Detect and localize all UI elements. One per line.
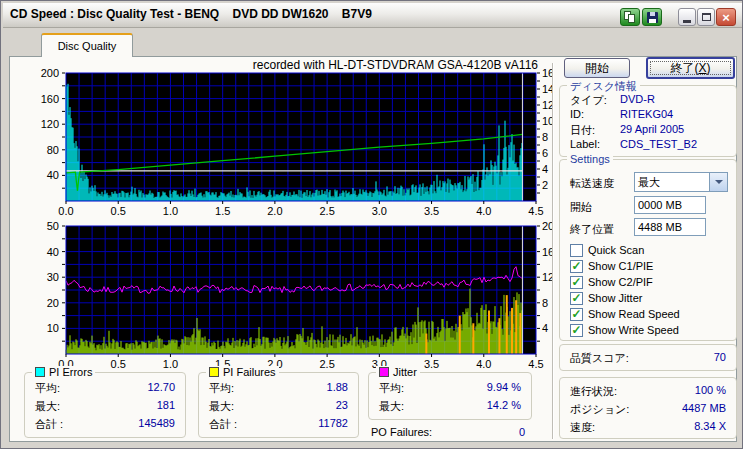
settings-title: Settings — [567, 153, 613, 165]
transfer-speed-label: 転送速度 — [570, 176, 614, 191]
start-button[interactable]: 開始 — [564, 58, 630, 78]
row-label: 平均: — [379, 381, 404, 396]
svg-text:80: 80 — [47, 144, 59, 156]
minimize-icon — [683, 20, 691, 23]
transfer-speed-select[interactable]: 最大 — [634, 172, 728, 192]
jitter-title: Jitter — [393, 366, 417, 378]
row-label: 速度: — [570, 420, 595, 435]
info-row: 速度:8.34 X — [560, 420, 736, 435]
info-row: ID:RITEKG04 — [560, 108, 736, 123]
combo-dropdown-button[interactable] — [709, 173, 727, 191]
disc-info-title: ディスク情報 — [567, 79, 640, 94]
row-label: 合計 : — [35, 417, 63, 432]
checkbox-label: Show C1/PIE — [588, 260, 653, 272]
vertical-divider — [552, 63, 554, 439]
row-value: 100 % — [695, 384, 726, 396]
svg-text:120: 120 — [41, 118, 59, 130]
svg-text:8: 8 — [542, 131, 548, 143]
tab-disc-quality[interactable]: Disc Quality — [41, 33, 133, 57]
info-row: 最大:23 — [199, 399, 358, 414]
info-row: 最大:14.2 % — [369, 399, 531, 414]
save-button[interactable] — [642, 8, 662, 26]
row-label: 日付: — [570, 123, 595, 138]
disc-info-panel: ディスク情報 タイプ:DVD-RID:RITEKG04日付:29 April 2… — [559, 85, 737, 157]
quality-score-value: 70 — [714, 351, 726, 363]
checkbox-label: Show Jitter — [588, 292, 642, 304]
checkbox-quick-scan[interactable] — [570, 244, 583, 257]
svg-text:4.5: 4.5 — [528, 205, 543, 217]
row-value: 145489 — [138, 417, 175, 429]
check-icon: ✓ — [571, 309, 581, 319]
row-value: 8.34 X — [694, 420, 726, 432]
jitter-panel: Jitter 平均:9.94 %最大:14.2 % — [368, 372, 532, 420]
pi-errors-title: PI Errors — [49, 366, 92, 378]
checkbox-show-write-speed[interactable]: ✓ — [570, 324, 583, 337]
svg-text:4.0: 4.0 — [476, 358, 491, 370]
row-value: 29 April 2005 — [620, 123, 684, 135]
row-value: 14.2 % — [487, 399, 521, 411]
app-window: CD Speed : Disc Quality Test - BENQ DVD … — [0, 0, 743, 449]
check-icon: ✓ — [571, 325, 581, 335]
row-value: 181 — [157, 399, 175, 411]
info-row: 平均:12.70 — [25, 381, 185, 396]
close-button[interactable]: × — [716, 8, 736, 26]
maximize-button[interactable] — [697, 8, 715, 26]
minimize-button[interactable] — [678, 8, 696, 26]
checkbox-show-read-speed[interactable]: ✓ — [570, 308, 583, 321]
row-label: Label: — [570, 138, 600, 150]
copy-icon — [624, 11, 636, 23]
info-row: 最大:181 — [25, 399, 185, 414]
row-value: 12.70 — [147, 381, 175, 393]
info-row: タイプ:DVD-R — [560, 93, 736, 108]
jitter-legend-chip — [379, 367, 389, 377]
tab-label: Disc Quality — [58, 40, 117, 52]
title-bar[interactable]: CD Speed : Disc Quality Test - BENQ DVD … — [3, 3, 742, 28]
row-value: CDS_TEST_B2 — [620, 138, 697, 150]
row-label: ポジション: — [570, 402, 629, 417]
pi-errors-panel: PI Errors 平均:12.70最大:181合計 :145489 — [24, 372, 186, 438]
checkbox-show-jitter[interactable]: ✓ — [570, 292, 583, 305]
info-row: 平均:9.94 % — [369, 381, 531, 396]
row-value: 4487 MB — [682, 402, 726, 414]
progress-panel: 進行状況:100 %ポジション:4487 MB速度:8.34 X — [559, 377, 737, 439]
copy-button[interactable] — [620, 8, 640, 26]
svg-text:2.5: 2.5 — [319, 358, 334, 370]
save-icon — [647, 12, 658, 23]
info-row: ポジション:4487 MB — [560, 402, 736, 417]
pi-failures-panel: PI Failures 平均:1.88最大:23合計 :11782 — [198, 372, 359, 438]
checkbox-label: Show C2/PIF — [588, 276, 653, 288]
end-position-input[interactable] — [634, 218, 706, 236]
pi-errors-chart: 0.00.51.01.52.02.53.03.54.04.54080120160… — [21, 65, 553, 217]
exit-button[interactable]: 終了(X) — [646, 57, 735, 79]
checkbox-show-c2-pif[interactable]: ✓ — [570, 276, 583, 289]
start-position-input[interactable] — [634, 196, 706, 214]
row-value: DVD-R — [620, 93, 655, 105]
svg-text:0.5: 0.5 — [111, 358, 126, 370]
end-pos-label: 終了位置 — [570, 222, 614, 237]
svg-text:4: 4 — [542, 322, 548, 334]
transfer-speed-value: 最大 — [635, 173, 709, 191]
svg-text:1.5: 1.5 — [215, 205, 230, 217]
svg-text:1.0: 1.0 — [163, 358, 178, 370]
maximize-icon — [702, 13, 711, 21]
quality-score-panel: 品質スコア: 70 — [559, 344, 737, 371]
row-label: タイプ: — [570, 93, 607, 108]
checkbox-row-show-c2-pif: ✓Show C2/PIF — [570, 275, 653, 289]
checkbox-row-show-jitter: ✓Show Jitter — [570, 291, 642, 305]
svg-text:8: 8 — [542, 297, 548, 309]
pi-failures-jitter-chart: 0.00.51.01.52.02.53.03.54.04.51020304050… — [21, 218, 553, 370]
svg-text:40: 40 — [47, 169, 59, 181]
svg-text:0.5: 0.5 — [111, 205, 126, 217]
checkbox-show-c1-pie[interactable]: ✓ — [570, 260, 583, 273]
svg-text:10: 10 — [47, 322, 59, 334]
quality-score-label: 品質スコア: — [570, 351, 629, 366]
chevron-down-icon — [715, 180, 723, 184]
svg-text:1.0: 1.0 — [163, 205, 178, 217]
checkbox-row-show-read-speed: ✓Show Read Speed — [570, 307, 680, 321]
info-row: 平均:1.88 — [199, 381, 358, 396]
po-failures-value: 0 — [519, 426, 525, 438]
check-icon: ✓ — [571, 293, 581, 303]
svg-text:3.0: 3.0 — [372, 205, 387, 217]
svg-text:160: 160 — [41, 93, 59, 105]
row-value: 11782 — [318, 417, 348, 429]
